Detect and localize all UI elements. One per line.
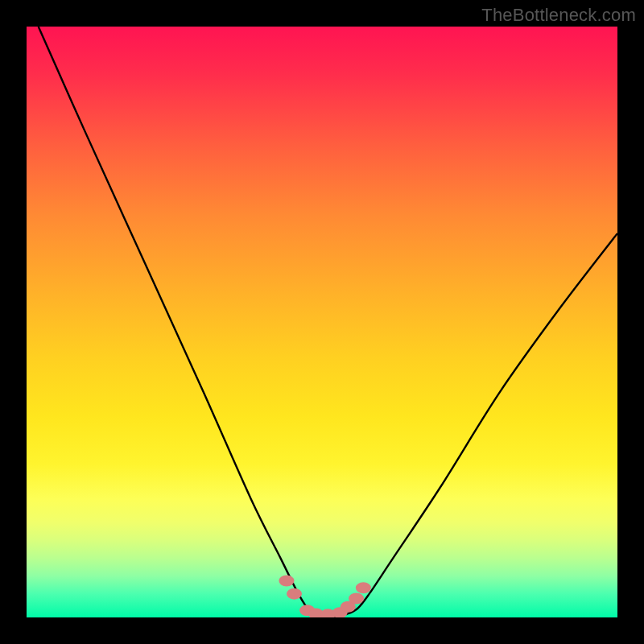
watermark-text: TheBottleneck.com <box>481 5 636 26</box>
highlight-dot <box>279 575 294 586</box>
bottleneck-curve <box>39 27 617 617</box>
chart-frame: TheBottleneck.com <box>0 0 644 644</box>
highlight-dot <box>356 582 371 593</box>
highlight-dot <box>287 588 302 600</box>
highlight-dot <box>349 593 364 605</box>
flat-segment-dots <box>279 575 370 617</box>
plot-area <box>27 27 617 617</box>
curve-layer <box>27 27 617 617</box>
